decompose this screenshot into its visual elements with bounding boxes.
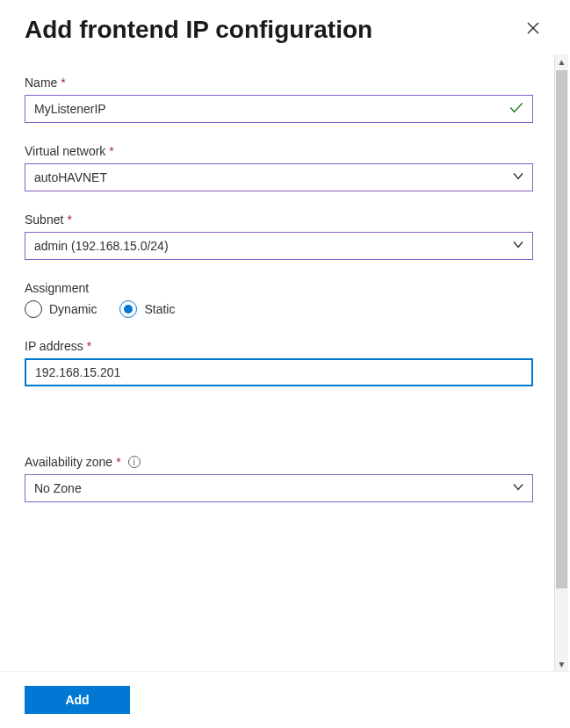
subnet-label: Subnet * — [25, 213, 533, 227]
name-field: Name * MyListenerIP — [25, 76, 533, 123]
required-asterisk: * — [61, 76, 65, 90]
panel-footer: Add — [0, 671, 570, 728]
chevron-down-icon — [511, 480, 525, 497]
panel-body: Name * MyListenerIP Virtual network * au… — [0, 54, 570, 671]
panel-header: Add frontend IP configuration — [0, 0, 570, 54]
az-field: Availability zone * i No Zone — [25, 455, 533, 502]
required-asterisk: * — [87, 339, 91, 353]
subnet-field: Subnet * admin (192.168.15.0/24) — [25, 213, 533, 260]
chevron-down-icon — [511, 169, 525, 186]
assignment-radio-static[interactable]: Static — [119, 300, 175, 318]
assignment-label: Assignment — [25, 281, 533, 295]
vnet-select[interactable]: autoHAVNET — [25, 163, 533, 191]
assignment-field: Assignment Dynamic Static — [25, 281, 533, 318]
vnet-field: Virtual network * autoHAVNET — [25, 144, 533, 191]
radio-label-dynamic: Dynamic — [49, 302, 97, 316]
checkmark-icon — [508, 99, 525, 119]
az-label: Availability zone * i — [25, 455, 533, 469]
az-select[interactable]: No Zone — [25, 474, 533, 502]
radio-icon — [119, 300, 137, 318]
scroll-up-icon[interactable]: ▲ — [555, 54, 568, 68]
name-label: Name * — [25, 76, 533, 90]
az-select-value: No Zone — [34, 481, 523, 495]
radio-label-static: Static — [144, 302, 175, 316]
vnet-label: Virtual network * — [25, 144, 533, 158]
scrollbar-thumb[interactable] — [556, 70, 567, 588]
required-asterisk: * — [109, 144, 113, 158]
add-frontend-ip-panel: Add frontend IP configuration Name * MyL… — [0, 0, 570, 728]
panel-title: Add frontend IP configuration — [25, 16, 372, 44]
radio-icon — [25, 300, 42, 318]
assignment-radio-dynamic[interactable]: Dynamic — [25, 300, 97, 318]
vnet-select-value: autoHAVNET — [34, 170, 523, 184]
scroll-down-icon[interactable]: ▼ — [555, 657, 568, 671]
name-input-value: MyListenerIP — [34, 102, 523, 116]
subnet-select[interactable]: admin (192.168.15.0/24) — [25, 232, 533, 260]
ip-input-value: 192.168.15.201 — [35, 365, 523, 379]
close-icon — [526, 21, 540, 39]
ip-label-text: IP address — [25, 339, 83, 353]
info-icon[interactable]: i — [128, 456, 141, 468]
vnet-label-text: Virtual network — [25, 144, 105, 158]
ip-field: IP address * 192.168.15.201 — [25, 339, 533, 386]
assignment-label-text: Assignment — [25, 281, 89, 295]
close-button[interactable] — [521, 18, 545, 42]
ip-input[interactable]: 192.168.15.201 — [25, 358, 533, 386]
required-asterisk: * — [67, 213, 71, 227]
az-label-text: Availability zone — [25, 455, 112, 469]
ip-label: IP address * — [25, 339, 533, 353]
spacer — [25, 407, 533, 455]
add-button[interactable]: Add — [25, 686, 130, 714]
required-asterisk: * — [116, 455, 120, 469]
name-label-text: Name — [25, 76, 57, 90]
chevron-down-icon — [511, 238, 525, 255]
name-input[interactable]: MyListenerIP — [25, 95, 533, 123]
scrollbar[interactable]: ▲ ▼ — [554, 54, 568, 671]
subnet-select-value: admin (192.168.15.0/24) — [34, 239, 523, 253]
subnet-label-text: Subnet — [25, 213, 63, 227]
assignment-radio-group: Dynamic Static — [25, 300, 533, 318]
